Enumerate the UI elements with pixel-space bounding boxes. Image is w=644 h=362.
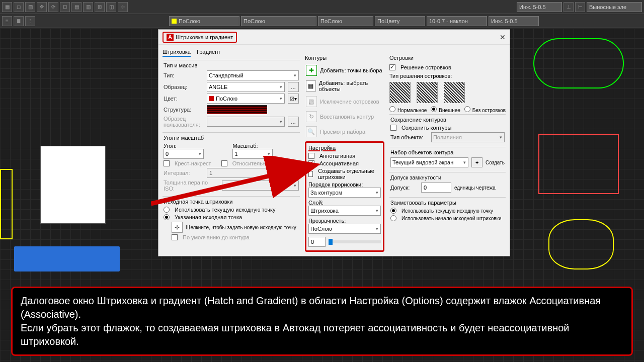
angle-label: Угол: [164, 143, 229, 149]
drawing-shape [533, 38, 624, 88]
origin-label: Исходная точка штриховки [164, 199, 299, 205]
island-normal-radio[interactable] [389, 106, 395, 112]
dialog-title: Штриховка и градиент [176, 34, 233, 40]
transparency-select[interactable]: ПоСлою [308, 224, 381, 234]
tool-icon[interactable]: ◻ [14, 2, 24, 12]
separate-checkbox[interactable] [308, 171, 313, 177]
associative-checkbox[interactable] [308, 160, 314, 166]
inherit-label: Заимствовать параметры [390, 200, 505, 206]
interval-label: Интервал: [164, 170, 204, 176]
inherit-origin-radio[interactable] [390, 215, 396, 221]
island-outer-icon[interactable] [417, 82, 438, 103]
scale-label: Масштаб: [232, 143, 298, 149]
tool-icon[interactable]: ▤ [71, 2, 82, 12]
add-select-icon[interactable]: ▦ [306, 80, 316, 92]
interval-input [207, 168, 299, 178]
color-select[interactable]: ПоСлою [207, 94, 285, 104]
linetype-drop[interactable]: ПоСлою [318, 16, 373, 26]
toolbar-2: ≡ ≣ ⋮ ПоСлою ПоСлою ПоСлою ПоЦвету 10-0.… [0, 14, 644, 28]
type-select[interactable]: Стандартный [207, 70, 299, 80]
hatch-gradient-dialog: A Штриховка и градиент ✕ Штриховка Гради… [158, 29, 510, 256]
pick-point-icon[interactable]: ⊹ [172, 222, 183, 233]
pen-iso-label: Толщина пера по ISO: [164, 179, 219, 192]
tool-icon[interactable]: ⋮ [25, 16, 35, 26]
tool-icon[interactable]: ✥ [37, 2, 47, 12]
gap-tolerance-label: Допуск замкнутости [390, 174, 505, 180]
tolerance-input[interactable] [421, 183, 451, 193]
lineweight-drop[interactable]: ПоСлою [241, 16, 316, 26]
browse-button: … [288, 117, 299, 127]
dim-style-drop[interactable]: Инж. 5-0.5 [517, 2, 562, 12]
island-outer-radio[interactable] [431, 106, 437, 112]
swatch-preview[interactable] [207, 105, 267, 114]
sample-label: Образец: [164, 84, 204, 90]
boundary-set-select[interactable]: Текущий видовой экран [390, 157, 468, 167]
mobile-thumb [14, 246, 120, 272]
bg-color-button[interactable]: ☑▾ [288, 94, 299, 104]
save-contours-label: Сохранение контуров [390, 117, 505, 123]
color-label: Цвет: [164, 96, 204, 102]
add-points-icon[interactable]: ✚ [306, 65, 317, 76]
angle-scale-label: Угол и масштаб [164, 135, 299, 141]
type-array-label: Тип и массив [164, 62, 299, 68]
new-set-button[interactable]: ✦ [471, 157, 482, 167]
tab-gradient[interactable]: Градиент [197, 48, 220, 57]
contours-label: Контуры [305, 55, 384, 61]
island-ignore-radio[interactable] [464, 106, 470, 112]
plotstyle-drop[interactable]: ПоЦвету [375, 16, 425, 26]
tool-icon[interactable]: ⊢ [575, 2, 585, 12]
tool-icon[interactable]: ⊹ [118, 2, 128, 12]
tool-icon[interactable]: ⊥ [564, 2, 574, 12]
tool-icon[interactable]: ▥ [83, 2, 93, 12]
cross-checkbox [164, 160, 170, 166]
thumbnail-image [40, 146, 106, 224]
textstyle-drop[interactable]: 10-0.7 - наклон [427, 16, 487, 26]
tool-icon[interactable]: ▨ [25, 2, 35, 12]
tool-icon[interactable]: ⟳ [48, 2, 58, 12]
transparency-label: Прозрачность: [308, 218, 381, 224]
use-current-radio[interactable] [164, 207, 170, 213]
annotative-checkbox[interactable] [308, 153, 314, 159]
angle-select[interactable]: 0 [164, 149, 204, 159]
tool-icon[interactable]: ◫ [106, 2, 116, 12]
island-normal-icon[interactable] [389, 82, 411, 103]
drawing-shape [538, 134, 619, 194]
retain-checkbox[interactable] [390, 125, 396, 131]
user-pattern-select [207, 117, 285, 127]
color-drop[interactable]: ПоСлою [169, 16, 239, 26]
use-specified-radio[interactable] [164, 214, 170, 220]
draw-order-select[interactable]: За контуром [308, 188, 381, 198]
inherit-current-radio[interactable] [390, 208, 396, 214]
iso-pen-select [222, 180, 299, 191]
tool-icon[interactable]: ⊡ [60, 2, 70, 12]
type-label: Тип: [164, 72, 204, 78]
island-detect-checkbox[interactable] [389, 64, 395, 70]
tool-icon[interactable]: ▦ [2, 2, 12, 12]
dimstyle-drop[interactable]: Инж. 5-0.5 [489, 16, 539, 26]
tab-hatch[interactable]: Штриховка [163, 48, 191, 57]
ext-style-drop[interactable]: Выносные эле [587, 2, 642, 12]
pattern-select[interactable]: ANGLE [207, 82, 285, 92]
layer-select[interactable]: Штриховка [308, 206, 381, 216]
tool-icon[interactable]: ≣ [14, 16, 24, 26]
autocad-icon: A [167, 34, 174, 41]
draw-order-label: Порядок прорисовки: [308, 182, 381, 188]
tool-icon[interactable]: ≡ [2, 16, 12, 26]
dialog-header: A Штриховка и градиент ✕ [158, 30, 510, 45]
islands-label: Островки [389, 55, 506, 61]
close-button[interactable]: ✕ [500, 33, 506, 41]
island-type-label: Тип решения островков: [389, 73, 506, 79]
tolerance-label: Допуск: [390, 185, 418, 191]
drawing-shape [0, 169, 13, 239]
scale-select[interactable]: 1 [232, 149, 273, 159]
tool-icon[interactable]: ⊞ [95, 2, 105, 12]
island-ignore-icon[interactable] [444, 82, 465, 103]
browse-button[interactable]: … [288, 82, 299, 92]
default-bounds-checkbox[interactable] [172, 234, 178, 240]
relative-checkbox [221, 160, 227, 166]
obj-type-select: Полилиния [431, 132, 505, 142]
obj-type-label: Тип объекта: [390, 134, 428, 140]
transparency-slider[interactable] [329, 239, 333, 245]
transparency-input[interactable] [308, 237, 326, 247]
options-label: Настройка [308, 145, 381, 151]
